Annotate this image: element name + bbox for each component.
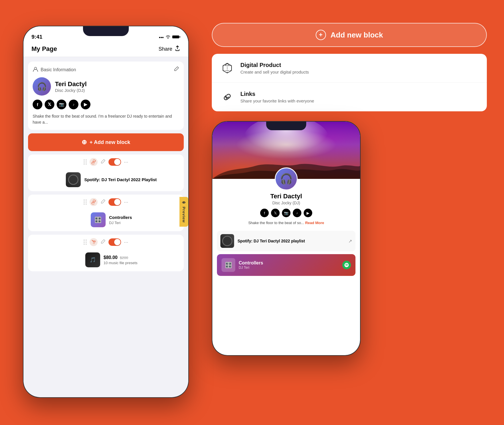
- right-link-thumb-1: [220, 234, 234, 248]
- drag-handle-1[interactable]: [84, 159, 87, 165]
- add-block-top-label: Add new block: [331, 31, 383, 39]
- controllers-title: Controllers: [239, 260, 263, 266]
- svg-point-4: [94, 243, 95, 244]
- block-text-1: Spotify: DJ Teri Dactyl 2022 Playlist: [84, 177, 157, 183]
- spotify-badge: [342, 261, 351, 269]
- battery-icon: [172, 35, 180, 40]
- block-subtext-2: DJ Teri: [109, 221, 132, 225]
- right-spotify-title: Spotify: DJ Teri Dactyl 2022 playlist: [238, 238, 345, 244]
- share-icon: [175, 46, 180, 53]
- digital-product-title: Digital Product: [240, 62, 309, 68]
- basic-info-label: Basic Information: [41, 67, 76, 72]
- right-title: Disc Jocky (DJ): [272, 201, 300, 205]
- block-options-card: Digital Product Create and sell your dig…: [212, 54, 487, 111]
- block-price: $80.00 $200: [104, 255, 138, 260]
- share-button[interactable]: Share: [159, 46, 180, 53]
- profile-name-left: Teri Dactyl: [55, 80, 87, 88]
- right-bio: Shake the floor to the beat of so... Rea…: [245, 221, 327, 225]
- block-thumb-3: 🎵: [85, 252, 100, 267]
- block-thumb-1: [66, 172, 81, 187]
- preview-tab[interactable]: 👁 Preview: [179, 197, 188, 227]
- page-title: My Page: [31, 45, 57, 53]
- more-icon-1[interactable]: ···: [124, 159, 128, 165]
- status-time: 9:41: [31, 34, 42, 40]
- edit-icon-2[interactable]: [100, 199, 106, 205]
- phone-content-left: Basic Information 🎧 Teri Dactyl Disc: [23, 57, 188, 396]
- edit-icon[interactable]: [173, 66, 179, 73]
- tiktok-icon[interactable]: ♪: [69, 100, 78, 109]
- drag-handle-2[interactable]: [84, 199, 87, 205]
- avatar-right: 🎧: [275, 167, 298, 190]
- social-icons-left: f 𝕏 📷 ♪ ▶: [33, 100, 179, 109]
- block-product-icon-3: [90, 238, 98, 246]
- digital-product-desc: Create and sell your digital products: [240, 70, 309, 74]
- right-spotify-block[interactable]: Spotify: DJ Teri Dactyl 2022 playlist ↗: [217, 231, 355, 251]
- digital-product-icon: [220, 61, 235, 76]
- add-block-label-left: + Add new block: [90, 139, 130, 145]
- add-block-button-left[interactable]: ⊕ + Add new block: [28, 133, 184, 151]
- phone-left: 9:41 ▪▪▪ My: [23, 26, 189, 398]
- add-circle-icon: +: [316, 30, 326, 40]
- drag-handle-3[interactable]: [84, 240, 87, 245]
- preview-label: Preview: [182, 207, 186, 223]
- right-name: Teri Dactyl: [270, 193, 302, 200]
- block-item-1: ··· Spotify: DJ Teri Dactyl 2022 Playlis…: [28, 155, 184, 191]
- right-controllers-block[interactable]: 🎛️ Controllers DJ Teri: [217, 254, 355, 276]
- toggle-3[interactable]: [108, 238, 121, 246]
- wifi-icon: [165, 35, 171, 40]
- status-icons: ▪▪▪: [159, 35, 180, 40]
- links-title: Links: [240, 91, 314, 97]
- controllers-sub: DJ Teri: [239, 266, 263, 270]
- phone-right: 🎧 Teri Dactyl Disc Jocky (DJ) f 𝕏 📷 ♪ ▶ …: [212, 121, 361, 356]
- share-label: Share: [159, 46, 172, 52]
- right-tiktok[interactable]: ♪: [293, 209, 301, 217]
- read-more[interactable]: Read More: [305, 221, 324, 225]
- links-option[interactable]: Links Share your favorite links with eve…: [212, 82, 487, 111]
- twitter-icon[interactable]: 𝕏: [45, 100, 54, 109]
- svg-rect-1: [179, 36, 180, 37]
- facebook-icon[interactable]: f: [33, 100, 42, 109]
- toggle-2[interactable]: [108, 198, 121, 206]
- links-desc: Share your favorite links with everyone: [240, 98, 314, 103]
- external-link-icon: ↗: [348, 238, 352, 244]
- youtube-icon[interactable]: ▶: [81, 100, 90, 109]
- digital-product-option[interactable]: Digital Product Create and sell your dig…: [212, 54, 487, 82]
- block-text-2: Controllers: [109, 215, 132, 220]
- notch-left: [83, 26, 129, 36]
- right-panel: + Add new block Digital Product Create a…: [212, 23, 487, 356]
- basic-info-card: Basic Information 🎧 Teri Dactyl Disc: [28, 62, 184, 130]
- block-item-3: ··· 🎵 $80.00 $200 10 music file presets: [28, 235, 184, 271]
- block-link-icon-2: [90, 198, 98, 206]
- block-item-2: ··· 🎛️ Controllers DJ Teri: [28, 195, 184, 231]
- links-icon: [220, 90, 235, 104]
- edit-icon-3[interactable]: [100, 239, 106, 245]
- right-controllers-thumb: 🎛️: [222, 258, 235, 272]
- avatar-left: 🎧: [33, 77, 51, 96]
- toggle-1[interactable]: [108, 158, 121, 166]
- svg-point-6: [345, 263, 349, 267]
- bio-text-left: Shake the floor to the beat of sound. I'…: [33, 113, 179, 125]
- preview-eye-icon: 👁: [182, 201, 186, 205]
- right-instagram[interactable]: 📷: [282, 209, 290, 217]
- block-subtext-3: 10 music file presets: [104, 261, 138, 265]
- more-icon-2[interactable]: ···: [124, 199, 128, 205]
- right-social-icons: f 𝕏 📷 ♪ ▶: [260, 209, 312, 217]
- right-profile-section: 🎧 Teri Dactyl Disc Jocky (DJ) f 𝕏 📷 ♪ ▶ …: [212, 167, 360, 228]
- right-twitter[interactable]: 𝕏: [271, 209, 280, 217]
- signal-icon: ▪▪▪: [159, 35, 164, 40]
- user-icon: [33, 66, 38, 73]
- block-link-icon-1: [90, 158, 98, 166]
- svg-rect-0: [172, 35, 179, 38]
- svg-point-3: [93, 243, 94, 244]
- right-facebook[interactable]: f: [260, 209, 269, 217]
- plus-icon-left: ⊕: [82, 139, 87, 146]
- notch-right: [266, 122, 306, 130]
- edit-icon-1[interactable]: [100, 159, 106, 165]
- right-youtube[interactable]: ▶: [304, 209, 312, 217]
- nav-bar-left: My Page Share: [23, 42, 188, 57]
- profile-title-left: Disc Jocky (DJ): [55, 88, 87, 93]
- block-thumb-2: 🎛️: [91, 212, 106, 227]
- add-block-top-button[interactable]: + Add new block: [212, 23, 487, 47]
- instagram-icon[interactable]: 📷: [57, 100, 66, 109]
- more-icon-3[interactable]: ···: [124, 239, 128, 245]
